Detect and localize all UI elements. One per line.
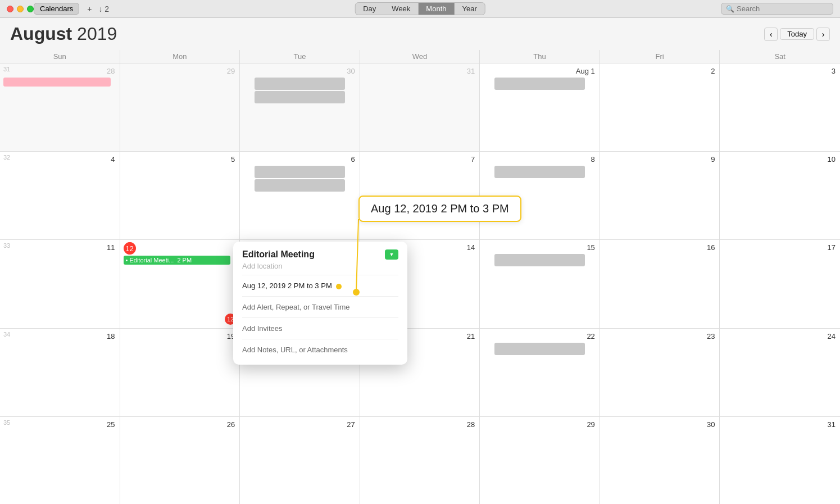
download-button[interactable]: ↓ 2 bbox=[95, 3, 112, 15]
day-number: 7 bbox=[364, 154, 476, 165]
popup-divider bbox=[242, 296, 398, 297]
add-event-button[interactable]: + bbox=[84, 3, 95, 15]
calendars-button[interactable]: Calendars bbox=[34, 3, 79, 15]
day-number: 8 bbox=[483, 154, 596, 165]
popup-datetime: Aug 12, 2019 2 PM to 3 PM bbox=[242, 279, 398, 293]
day-number: 10 bbox=[723, 154, 837, 165]
week-row: 31 28 29 30 31 Aug 1 2 3 bbox=[0, 63, 840, 152]
today-button[interactable]: Today bbox=[780, 28, 814, 40]
event-block[interactable] bbox=[494, 78, 584, 90]
day-number: 4 bbox=[3, 154, 116, 165]
view-week-button[interactable]: Week bbox=[384, 3, 418, 15]
popup-location[interactable]: Add location bbox=[242, 262, 398, 270]
popup-divider bbox=[242, 317, 398, 318]
day-number: 30 bbox=[243, 66, 356, 76]
minimize-button[interactable] bbox=[17, 6, 24, 12]
popup-divider bbox=[242, 339, 398, 339]
day-cell-4[interactable]: 32 4 bbox=[0, 152, 120, 239]
week-row: 35 25 26 27 28 29 30 31 bbox=[0, 417, 840, 504]
day-number: 12 bbox=[124, 242, 136, 255]
day-cell-12[interactable]: 12 • Editorial Meeti... 2 PM 12 bbox=[120, 240, 240, 328]
event-bar[interactable] bbox=[3, 78, 111, 87]
maximize-button[interactable] bbox=[27, 6, 34, 12]
day-cell-18[interactable]: 34 18 bbox=[0, 329, 120, 416]
dot-indicator bbox=[336, 284, 342, 289]
day-cell-3[interactable]: 3 bbox=[720, 63, 840, 151]
week-row: 33 11 12 • Editorial Meeti... 2 PM 12 13… bbox=[0, 240, 840, 328]
day-header-sat: Sat bbox=[720, 50, 840, 63]
event-block[interactable] bbox=[494, 166, 584, 178]
day-cell-29[interactable]: 29 bbox=[480, 417, 600, 504]
event-block[interactable] bbox=[255, 166, 344, 178]
week-number: 32 bbox=[3, 154, 10, 161]
day-cell-30prev[interactable]: 30 bbox=[240, 63, 360, 151]
search-bar: 🔍 bbox=[721, 3, 833, 15]
popup-title: Editorial Meeting bbox=[242, 249, 315, 260]
day-cell-28prev[interactable]: 31 28 bbox=[0, 63, 120, 151]
day-cell-6[interactable]: 6 bbox=[240, 152, 360, 239]
day-cell-5[interactable]: 5 bbox=[120, 152, 240, 239]
traffic-lights bbox=[7, 6, 34, 12]
view-month-button[interactable]: Month bbox=[418, 3, 454, 15]
day-cell-30[interactable]: 30 bbox=[600, 417, 720, 504]
close-button[interactable] bbox=[7, 6, 13, 12]
day-number: 15 bbox=[483, 242, 596, 253]
popup-color-button[interactable]: ▼ bbox=[385, 249, 398, 260]
day-cell-28[interactable]: 28 bbox=[360, 417, 480, 504]
day-cell-29prev[interactable]: 29 bbox=[120, 63, 240, 151]
day-cell-15[interactable]: 15 bbox=[480, 240, 600, 328]
day-number: 9 bbox=[603, 154, 716, 165]
day-cell-27[interactable]: 27 bbox=[240, 417, 360, 504]
day-cell-10[interactable]: 10 bbox=[720, 152, 840, 239]
popup-alert[interactable]: Add Alert, Repeat, or Travel Time bbox=[242, 300, 398, 314]
day-number: 30 bbox=[603, 419, 716, 430]
editorial-meeting-event[interactable]: • Editorial Meeti... 2 PM bbox=[124, 256, 231, 265]
day-header-mon: Mon bbox=[120, 50, 240, 63]
day-cell-31[interactable]: 31 bbox=[720, 417, 840, 504]
day-cell-22[interactable]: 22 bbox=[480, 329, 600, 416]
day-cell-aug1[interactable]: Aug 1 bbox=[480, 63, 600, 151]
search-icon: 🔍 bbox=[726, 5, 734, 13]
day-number: 28 bbox=[364, 419, 476, 430]
calendar: Sun Mon Tue Wed Thu Fri Sat 31 28 29 30 … bbox=[0, 50, 840, 504]
event-popup: Editorial Meeting ▼ Add location Aug 12,… bbox=[233, 242, 407, 365]
view-day-button[interactable]: Day bbox=[355, 3, 384, 15]
view-year-button[interactable]: Year bbox=[454, 3, 484, 15]
event-block[interactable] bbox=[255, 91, 344, 103]
event-block[interactable] bbox=[255, 179, 344, 192]
chevron-down-icon: ▼ bbox=[389, 252, 394, 257]
day-cell-11[interactable]: 33 11 bbox=[0, 240, 120, 328]
event-block[interactable] bbox=[494, 343, 584, 355]
month-title: August 2019 bbox=[10, 24, 117, 44]
day-number: 29 bbox=[124, 66, 237, 76]
search-input[interactable] bbox=[737, 4, 827, 13]
popup-invitees[interactable]: Add Invitees bbox=[242, 321, 398, 335]
day-cell-24[interactable]: 24 bbox=[720, 329, 840, 416]
day-cell-23[interactable]: 23 bbox=[600, 329, 720, 416]
day-cell-9[interactable]: 9 bbox=[600, 152, 720, 239]
day-cell-26[interactable]: 26 bbox=[120, 417, 240, 504]
next-month-button[interactable]: › bbox=[816, 28, 830, 41]
day-cell-2[interactable]: 2 bbox=[600, 63, 720, 151]
day-number: 5 bbox=[124, 154, 237, 165]
day-number: 18 bbox=[3, 331, 116, 342]
prev-month-button[interactable]: ‹ bbox=[764, 28, 778, 41]
event-block[interactable] bbox=[255, 78, 344, 90]
day-cell-19[interactable]: 19 bbox=[120, 329, 240, 416]
day-cell-25[interactable]: 35 25 bbox=[0, 417, 120, 504]
day-number: Aug 1 bbox=[483, 66, 596, 76]
view-switcher: Day Week Month Year bbox=[355, 2, 485, 15]
day-number: 17 bbox=[723, 242, 837, 253]
event-block[interactable] bbox=[494, 254, 584, 266]
day-header-tue: Tue bbox=[240, 50, 360, 63]
month-header: August 2019 ‹ Today › bbox=[0, 18, 840, 50]
day-header-wed: Wed bbox=[360, 50, 480, 63]
day-number: 28 bbox=[3, 66, 116, 76]
day-number: 2 bbox=[603, 66, 716, 76]
day-cell-17[interactable]: 17 bbox=[720, 240, 840, 328]
day-cell-16[interactable]: 16 bbox=[600, 240, 720, 328]
popup-notes[interactable]: Add Notes, URL, or Attachments bbox=[242, 343, 398, 357]
day-number: 22 bbox=[483, 331, 596, 342]
day-number: 11 bbox=[3, 242, 116, 253]
day-cell-31prev[interactable]: 31 bbox=[360, 63, 480, 151]
